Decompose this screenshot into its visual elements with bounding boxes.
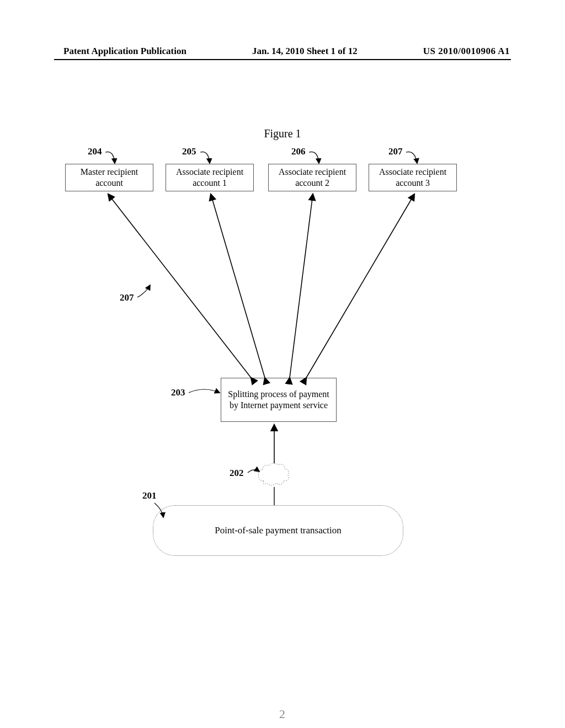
svg-line-2 <box>290 194 313 378</box>
arrows-overlay <box>0 0 565 728</box>
ref-205: 205 <box>182 146 196 157</box>
ref-202: 202 <box>230 468 244 479</box>
svg-line-1 <box>211 194 265 378</box>
box-point-of-sale: Point-of-sale payment transaction <box>153 505 403 556</box>
ref-203: 203 <box>171 387 185 398</box>
ref-201: 201 <box>142 490 157 501</box>
page-number: 2 <box>0 707 565 721</box>
figure-title: Figure 1 <box>0 127 565 140</box>
ref-206: 206 <box>291 146 306 157</box>
box-assoc-recipient-3: Associate recipient account 3 <box>369 164 457 191</box>
box-assoc-recipient-1: Associate recipient account 1 <box>166 164 254 191</box>
box-master-recipient: Master recipient account <box>65 164 153 191</box>
box-splitting-process: Splitting process of payment by Internet… <box>221 378 337 422</box>
cloud-icon <box>257 462 290 488</box>
ref-207b: 207 <box>120 292 134 303</box>
box-assoc-recipient-2: Associate recipient account 2 <box>268 164 356 191</box>
svg-line-0 <box>108 194 251 378</box>
ref-204: 204 <box>88 146 102 157</box>
ref-207: 207 <box>388 146 403 157</box>
figure-1: Figure 1 204 205 206 207 Master recipien… <box>0 0 565 728</box>
svg-line-3 <box>306 194 414 378</box>
